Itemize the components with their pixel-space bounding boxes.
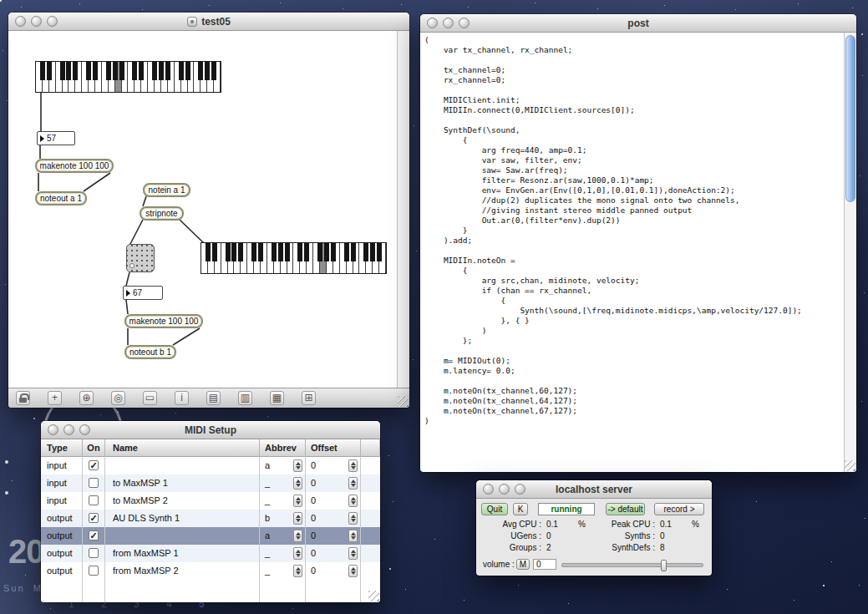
black-key[interactable] [60,62,65,80]
add-object-icon[interactable]: + [48,391,62,405]
column-header-abbrev[interactable]: Abbrev [260,439,306,457]
black-key[interactable] [211,62,216,80]
preset-object[interactable] [126,244,155,272]
table-row[interactable]: output✓AU DLS Synth 1b0 [41,510,380,527]
black-key[interactable] [231,243,236,261]
volume-value-box[interactable]: 0 [533,559,556,570]
black-key[interactable] [165,62,170,80]
offset-stepper[interactable] [348,512,358,525]
makenote-object-2[interactable]: makenote 100 100 [124,314,203,328]
black-key[interactable] [363,243,368,261]
default-node-button[interactable]: -> default [606,503,645,515]
black-key[interactable] [206,243,211,261]
black-key[interactable] [304,243,309,261]
abbrev-stepper[interactable] [293,477,302,490]
overview-icon[interactable]: ⊞ [302,391,316,405]
offset-stepper[interactable] [348,459,358,472]
black-key[interactable] [47,62,52,80]
black-key[interactable] [285,243,290,261]
test05-titlebar[interactable]: test05 [8,13,409,31]
table-row[interactable]: outputfrom MaxMSP 1_0 [41,545,380,562]
abbrev-stepper[interactable] [293,459,302,472]
noteout-object-1[interactable]: noteout a 1 [35,191,87,206]
noteout-object-2[interactable]: noteout b 1 [124,345,176,359]
abbrev-stepper[interactable] [293,512,302,525]
offset-stepper[interactable] [348,495,358,507]
black-key[interactable] [251,243,256,261]
number-box-1[interactable]: 57 [37,131,75,145]
paste-icon[interactable]: ▥ [238,391,252,405]
kslider-2[interactable] [201,242,387,274]
black-key[interactable] [351,243,356,261]
black-key[interactable] [331,243,336,261]
black-key[interactable] [272,243,277,261]
on-checkbox[interactable] [89,478,99,488]
black-key[interactable] [106,62,111,80]
resize-grip[interactable] [398,396,409,407]
column-header-name[interactable]: Name [105,439,260,457]
resize-grip[interactable] [845,460,855,471]
offset-stepper[interactable] [348,547,358,560]
black-key[interactable] [198,62,203,80]
on-checkbox[interactable]: ✓ [89,460,99,470]
column-header-offset[interactable]: Offset [306,439,361,457]
volume-slider[interactable] [561,563,703,567]
black-key[interactable] [185,62,190,80]
black-key[interactable] [159,62,164,80]
comment-icon[interactable]: ▭ [143,391,157,405]
black-key[interactable] [132,62,137,80]
black-key[interactable] [370,243,375,261]
grid-icon[interactable]: ▦ [270,391,284,405]
abbrev-stepper[interactable] [293,530,302,542]
black-key[interactable] [119,62,124,80]
column-header-on[interactable]: On [83,439,105,457]
black-key[interactable] [324,243,329,261]
black-key[interactable] [93,62,98,80]
black-key[interactable] [297,243,302,261]
black-key[interactable] [139,62,144,80]
table-row[interactable]: output✓a0 [41,527,380,545]
makenote-object-1[interactable]: makenote 100 100 [35,159,114,173]
post-titlebar[interactable]: post [420,14,856,33]
k-button[interactable]: K [513,503,528,515]
move-icon[interactable]: ⊕ [79,391,94,405]
table-row[interactable]: outputfrom MaxMSP 2_0 [41,562,380,580]
black-key[interactable] [212,243,217,261]
black-key[interactable] [278,243,283,261]
on-checkbox[interactable] [89,566,99,576]
black-key[interactable] [73,62,78,80]
info-icon[interactable]: i [175,391,189,405]
offset-stepper[interactable] [348,477,358,490]
quit-button[interactable]: Quit [481,503,508,515]
abbrev-stepper[interactable] [293,547,302,560]
table-row[interactable]: inputto MaxMSP 2_0 [41,492,380,510]
black-key[interactable] [152,62,157,80]
black-key[interactable] [113,62,118,80]
black-key[interactable] [226,243,231,261]
table-row[interactable]: inputto MaxMSP 1_0 [41,474,380,492]
resize-grip[interactable] [368,591,379,601]
black-key[interactable] [344,243,349,261]
lock-icon[interactable] [16,391,30,405]
notein-object[interactable]: notein a 1 [143,183,190,197]
on-checkbox[interactable] [89,495,99,505]
black-key[interactable] [66,62,71,80]
scrollbar-thumb[interactable] [845,35,855,202]
server-titlebar[interactable]: localhost server [476,480,712,499]
abbrev-stepper[interactable] [293,565,302,577]
toggle-icon[interactable]: ◎ [111,391,125,405]
record-button[interactable]: record > [654,503,704,515]
black-key[interactable] [205,62,210,80]
abbrev-stepper[interactable] [293,495,302,507]
column-header-type[interactable]: Type [41,439,83,457]
on-checkbox[interactable] [89,548,99,558]
volume-slider-handle[interactable] [661,560,667,571]
offset-stepper[interactable] [348,530,358,542]
offset-stepper[interactable] [348,565,358,577]
on-checkbox[interactable]: ✓ [89,513,99,523]
mute-button[interactable]: M [516,559,530,570]
black-key[interactable] [258,243,263,261]
duplicate-icon[interactable]: ▤ [206,391,221,405]
black-key[interactable] [317,243,322,261]
black-key[interactable] [238,243,243,261]
